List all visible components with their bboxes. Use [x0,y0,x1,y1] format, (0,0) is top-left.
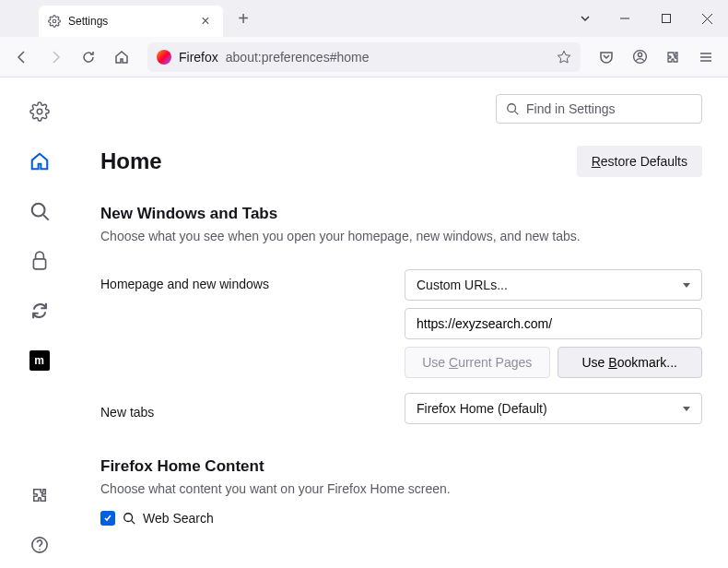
section-home-content-title: Firefox Home Content [100,457,702,476]
minimize-button[interactable] [604,0,645,37]
close-window-button[interactable] [687,0,728,37]
use-current-pages-button: Use Current Pages [405,347,550,378]
urlbar-url: about:preferences#home [226,50,549,65]
section-new-windows-title: New Windows and Tabs [100,205,702,223]
sidebar-item-search[interactable] [22,194,57,229]
homepage-label: Homepage and new windows [100,269,405,291]
svg-point-12 [31,204,44,217]
mozilla-icon: m [29,350,50,371]
urlbar-brand: Firefox [179,50,218,65]
section-new-windows-desc: Choose what you see when you open your h… [100,229,702,243]
tab-title: Settings [68,15,108,28]
window-controls [567,0,728,37]
section-home-content-desc: Choose what content you want on your Fir… [100,481,702,496]
gear-icon [48,15,61,28]
svg-line-20 [132,521,135,525]
websearch-label: Web Search [143,511,214,526]
pocket-icon[interactable] [592,42,621,72]
newtabs-label: New tabs [100,397,405,420]
search-input[interactable]: Find in Settings [496,94,702,124]
svg-rect-14 [33,259,45,269]
svg-point-11 [37,109,42,114]
sidebar-item-sync[interactable] [22,293,57,328]
restore-defaults-button[interactable]: Restore Defaults [577,146,702,177]
homepage-dropdown[interactable]: Custom URLs... [405,269,702,301]
websearch-checkbox[interactable] [100,511,115,526]
svg-point-16 [39,549,41,550]
menu-icon[interactable] [691,42,721,72]
close-tab-icon[interactable]: × [197,13,214,30]
forward-button[interactable] [41,42,70,72]
new-tab-button[interactable]: + [230,6,256,31]
home-button[interactable] [107,42,136,72]
svg-point-7 [638,53,641,56]
newtabs-dropdown[interactable]: Firefox Home (Default) [405,393,702,424]
search-placeholder: Find in Settings [526,101,616,116]
svg-marker-5 [558,51,569,63]
star-icon[interactable] [557,50,571,65]
content: m Find in Settings Home Restore Defaults… [0,77,728,568]
homepage-url-input[interactable] [405,308,702,339]
extensions-icon[interactable] [658,42,687,72]
svg-line-13 [43,215,49,220]
sidebar-item-general[interactable] [22,94,57,129]
chevron-down-icon[interactable] [567,0,604,37]
search-icon [123,512,135,525]
svg-point-17 [508,104,516,112]
main-content: Find in Settings Home Restore Defaults N… [78,77,728,568]
sidebar-item-help[interactable] [22,527,57,562]
sidebar-item-mozilla[interactable]: m [22,343,57,378]
sidebar-item-privacy[interactable] [22,243,57,278]
sidebar-item-home[interactable] [22,144,57,179]
url-bar[interactable]: Firefox about:preferences#home [147,42,581,72]
browser-tab[interactable]: Settings × [39,6,223,37]
sidebar: m [0,77,78,568]
svg-rect-2 [662,15,670,23]
websearch-row[interactable]: Web Search [100,511,702,526]
titlebar: Settings × + [0,0,728,37]
svg-line-18 [515,112,519,115]
back-button[interactable] [7,42,37,72]
svg-point-19 [124,514,133,522]
toolbar: Firefox about:preferences#home [0,37,728,77]
sidebar-item-extensions[interactable] [22,478,57,513]
reload-button[interactable] [74,42,103,72]
page-title: Home [100,148,162,174]
use-bookmark-button[interactable]: Use Bookmark... [558,347,703,378]
search-icon [506,102,519,115]
account-icon[interactable] [625,42,654,72]
maximize-button[interactable] [645,0,687,37]
svg-point-0 [53,19,56,23]
firefox-logo-icon [157,50,171,65]
